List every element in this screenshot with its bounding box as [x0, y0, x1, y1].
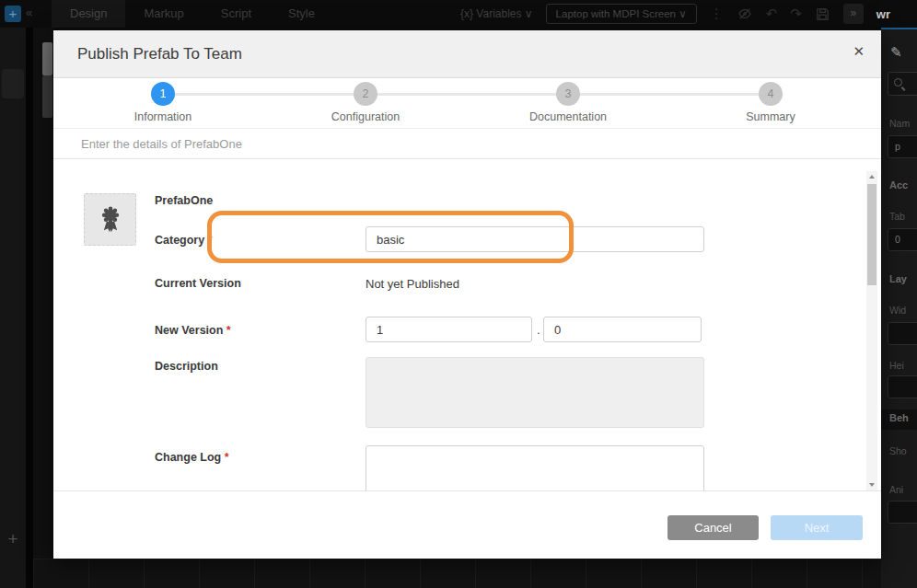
current-version-label: Current Version	[155, 277, 241, 290]
left-widget-rail: +	[0, 28, 26, 588]
cancel-button[interactable]: Cancel	[667, 515, 759, 540]
prop-tabindex-label: Tab	[889, 211, 905, 222]
editor-tabs: Design Markup Script Style	[52, 0, 333, 28]
canvas-edge	[33, 28, 53, 588]
properties-panel: ✎ Nam p Acc Tab 0 Lay Wid Hei Beh Sho An…	[881, 28, 917, 588]
prop-tabindex-input[interactable]: 0	[888, 228, 917, 251]
dialog-footer: Cancel Next	[53, 490, 881, 559]
required-asterisk: *	[208, 234, 213, 247]
prop-height-label: Hei	[889, 360, 904, 371]
required-asterisk: *	[225, 451, 229, 464]
rail-add-icon[interactable]: +	[0, 529, 26, 549]
step-label: Configuration	[292, 110, 439, 123]
selected-widget-partial-text: wr	[876, 7, 890, 21]
prop-show-label: Sho	[889, 445, 907, 456]
award-ribbon-icon	[94, 203, 127, 236]
current-version-value: Not yet Published	[366, 277, 459, 291]
category-input[interactable]	[366, 226, 704, 252]
step-documentation[interactable]: 3 Documentation	[494, 78, 642, 123]
canvas-scrollbar-shadow	[42, 75, 52, 118]
preview-eye-off-icon[interactable]	[737, 6, 753, 22]
version-separator: .	[537, 323, 540, 337]
dialog-header: Publish Prefab To Team ✕	[53, 30, 881, 78]
collapse-panel-icon[interactable]: «	[26, 6, 32, 19]
description-textarea[interactable]	[366, 357, 704, 428]
scroll-down-arrow[interactable]	[866, 479, 877, 490]
section-layout: Lay	[889, 273, 907, 284]
prefab-name: PrefabOne	[155, 194, 213, 207]
step-label: Information	[89, 110, 237, 123]
search-icon	[894, 78, 902, 86]
device-selector[interactable]: Laptop with MDPI Screen ∨	[546, 4, 697, 24]
save-icon[interactable]	[815, 6, 830, 22]
kebab-menu-icon[interactable]: ⋮	[710, 0, 724, 28]
step-number: 1	[151, 82, 175, 106]
step-configuration[interactable]: 2 Configuration	[292, 78, 439, 123]
prop-width-input[interactable]	[888, 322, 917, 345]
form-scrollbar[interactable]	[866, 171, 877, 490]
property-search-input[interactable]	[888, 72, 917, 96]
category-label: Category *	[155, 234, 213, 247]
section-behavior: Beh	[889, 412, 909, 423]
tab-markup[interactable]: Markup	[125, 0, 202, 28]
prop-animation-label: Ani	[889, 484, 903, 495]
close-icon[interactable]: ✕	[853, 43, 865, 60]
scrollbar-thumb[interactable]	[867, 184, 876, 285]
canvas-scrollbar-thumb[interactable]	[42, 42, 52, 75]
version-minor-input[interactable]	[543, 317, 702, 342]
step-label: Documentation	[494, 110, 642, 123]
step-information[interactable]: 1 Information	[89, 78, 237, 123]
next-button[interactable]: Next	[771, 515, 863, 540]
add-widget-button[interactable]: +	[5, 6, 21, 22]
change-log-label: Change Log *	[155, 451, 229, 464]
stepper-connector	[163, 93, 771, 96]
change-log-textarea[interactable]	[366, 445, 704, 490]
rail-selected-item[interactable]	[2, 69, 24, 98]
prop-name-input[interactable]: p	[888, 135, 917, 158]
description-label: Description	[155, 360, 218, 373]
dialog-form-body: PrefabOne Category * Current Version Not…	[53, 159, 881, 490]
prop-width-label: Wid	[889, 305, 906, 316]
variables-dropdown[interactable]: {x} Variables ∨	[460, 7, 533, 20]
edit-pencil-icon[interactable]: ✎	[890, 44, 902, 61]
scroll-up-arrow[interactable]	[866, 171, 877, 182]
rail-divider	[26, 28, 33, 588]
prefab-thumbnail	[84, 193, 136, 246]
redo-icon[interactable]: ↷	[790, 0, 802, 28]
prop-name-label: Nam	[889, 118, 910, 129]
new-version-label: New Version *	[155, 324, 231, 337]
dialog-title: Publish Prefab To Team	[77, 45, 242, 63]
undo-icon[interactable]: ↶	[766, 0, 778, 28]
step-number: 4	[759, 82, 783, 106]
top-toolbar: + « Design Markup Script Style {x} Varia…	[0, 0, 917, 28]
prop-animation-input[interactable]	[888, 501, 917, 524]
tab-style[interactable]: Style	[270, 0, 333, 28]
step-subtitle: Enter the details of PrefabOne	[81, 137, 242, 151]
version-major-input[interactable]	[366, 317, 532, 342]
expand-panel-icon[interactable]: »	[843, 4, 864, 24]
publish-prefab-dialog: Publish Prefab To Team ✕ 1 Information 2…	[53, 30, 881, 559]
step-number: 3	[556, 82, 580, 106]
step-summary[interactable]: 4 Summary	[697, 78, 844, 123]
canvas-grid	[33, 559, 881, 588]
tab-script[interactable]: Script	[203, 0, 270, 28]
step-label: Summary	[697, 110, 844, 123]
tab-design[interactable]: Design	[52, 0, 125, 28]
step-number: 2	[354, 82, 377, 106]
prop-height-input[interactable]	[888, 375, 917, 398]
wizard-stepper: 1 Information 2 Configuration 3 Document…	[53, 78, 881, 129]
required-asterisk: *	[226, 324, 231, 337]
section-accessibility: Acc	[889, 179, 908, 190]
step-subtitle-row: Enter the details of PrefabOne	[53, 129, 881, 159]
